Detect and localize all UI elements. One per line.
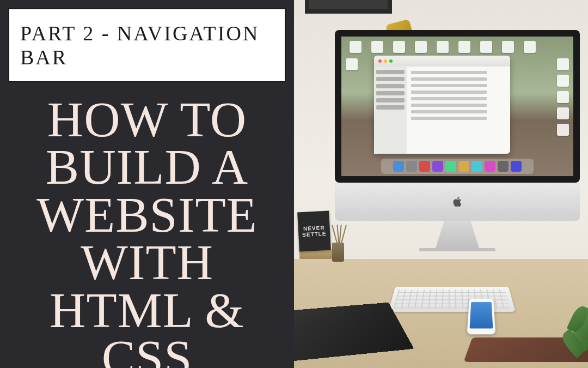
apple-logo-icon	[451, 195, 463, 209]
desktop-icon	[557, 107, 569, 119]
imac-base	[419, 248, 495, 251]
finder-window	[374, 56, 510, 154]
desktop-icon	[346, 58, 358, 70]
never-settle-poster: NEVER SETTLE	[297, 211, 331, 252]
text-panel: PART 2 - NAVIGATION BAR HOW TO BUILD A W…	[0, 0, 294, 368]
desktop-icon	[415, 41, 427, 53]
dock-icon	[393, 161, 404, 172]
subtitle-text: PART 2 - NAVIGATION BAR	[20, 21, 274, 69]
wall-frame	[305, 0, 392, 14]
desktop-icon	[557, 91, 569, 103]
iphone	[467, 299, 496, 335]
main-title: HOW TO BUILD A WEBSITE WITH HTML & CSS	[8, 96, 286, 368]
dock-icon	[406, 161, 417, 172]
maximize-icon	[389, 59, 393, 63]
dock-icon	[445, 161, 456, 172]
desktop-icon	[350, 41, 362, 53]
close-icon	[378, 59, 382, 63]
poster-line2: SETTLE	[302, 231, 327, 238]
phone-screen	[470, 302, 493, 328]
dock-icon	[419, 161, 430, 172]
desktop-icon	[480, 41, 492, 53]
desktop-icon	[437, 41, 449, 53]
photo-panel: NEVER SETTLE	[294, 0, 588, 368]
dock-icon	[498, 161, 509, 172]
imac-chin	[335, 183, 580, 221]
imac-display	[341, 37, 573, 176]
macos-dock	[381, 159, 534, 174]
desktop-icon	[524, 41, 536, 53]
imac-stand	[436, 221, 479, 248]
desktop-icon	[502, 41, 514, 53]
dock-icon	[471, 161, 482, 172]
imac-computer	[335, 30, 580, 248]
keyboard	[388, 287, 515, 312]
desktop-icon	[557, 75, 569, 87]
desktop-icon	[371, 41, 383, 53]
dock-icon	[432, 161, 443, 172]
desktop-icon	[557, 58, 569, 70]
dock-icon	[511, 161, 522, 172]
dock-icon	[485, 161, 495, 172]
plant	[561, 297, 588, 363]
dock-icon	[458, 161, 469, 172]
finder-titlebar	[374, 56, 510, 67]
desktop-icon	[393, 41, 405, 53]
finder-sidebar	[374, 67, 407, 154]
minimize-icon	[384, 59, 387, 63]
subtitle-box: PART 2 - NAVIGATION BAR	[8, 8, 286, 82]
desktop-icon	[458, 41, 470, 53]
finder-content	[407, 67, 510, 154]
imac-screen-bezel	[335, 30, 580, 183]
desktop-icon	[557, 124, 569, 136]
